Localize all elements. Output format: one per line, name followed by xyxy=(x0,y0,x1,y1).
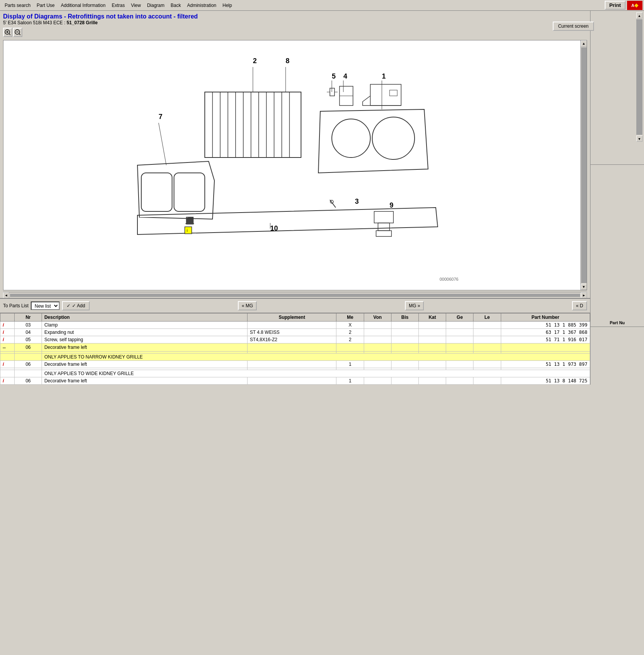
svg-text:i: i xyxy=(187,228,187,233)
page-subtitle: 5' E34 Saloon 518i M43 ECE : 51_0728 Gri… xyxy=(3,20,587,25)
row-nr-cell: 06 xyxy=(15,361,42,368)
checkmark-icon: ✓ xyxy=(67,303,70,308)
table-row[interactable]: i 05 Screw, self tapping ST4,8X16-Z2 2 xyxy=(0,336,590,343)
row-nr-cell xyxy=(15,370,42,377)
table-row-highlight[interactable]: – 06 Decorative frame left xyxy=(0,343,590,352)
row-von-cell xyxy=(364,329,391,336)
col-supplement: Supplement xyxy=(248,313,336,322)
zoom-controls xyxy=(0,26,590,39)
row-kat-cell xyxy=(419,361,446,368)
new-list-select[interactable]: New list xyxy=(31,302,60,310)
menu-additional-info[interactable]: Additional Information xyxy=(58,2,109,9)
col-le: Le xyxy=(473,313,501,322)
svg-text:9: 9 xyxy=(390,201,393,209)
svg-text:8: 8 xyxy=(286,57,289,65)
table-row[interactable]: i 04 Expanding nut ST 4.8 WEISS 2 6 xyxy=(0,329,590,336)
menu-help[interactable]: Help xyxy=(219,2,235,9)
bottom-section: To Parts List New list ✓ ✓ Add « MG MG »… xyxy=(0,298,590,385)
row-von-cell xyxy=(364,377,391,385)
row-ge-cell xyxy=(446,336,473,343)
row-icon-cell xyxy=(0,370,15,377)
table-row-note: ONLY APPLIES TO WIDE KIDNEY GRILLE xyxy=(0,370,590,377)
row-ge-cell xyxy=(446,329,473,336)
row-le-cell xyxy=(473,377,501,385)
row-note-cell: ONLY APPLIES TO NARROW KIDNEY GRILLE xyxy=(42,353,590,361)
menu-diagram[interactable]: Diagram xyxy=(144,2,167,9)
zoom-out-button[interactable] xyxy=(13,28,22,37)
mg-next-button[interactable]: MG » xyxy=(405,301,424,310)
row-ge-cell xyxy=(446,322,473,329)
right-scroll-down[interactable]: ▼ xyxy=(636,136,642,142)
row-supplement-cell: ST 4.8 WEISS xyxy=(248,329,336,336)
table-header-row: Nr Description Supplement Me Von Bis Kat… xyxy=(0,313,590,322)
info-icon: i xyxy=(3,378,4,384)
svg-text:⬛: ⬛ xyxy=(186,216,194,225)
row-icon-cell xyxy=(0,353,15,361)
parts-table: Nr Description Supplement Me Von Bis Kat… xyxy=(0,313,590,385)
svg-rect-7 xyxy=(116,42,474,288)
col-me: Me xyxy=(336,313,364,322)
menu-back[interactable]: Back xyxy=(167,2,184,9)
info-icon: i xyxy=(3,337,4,342)
row-von-cell xyxy=(364,361,391,368)
right-panel: ▲ ▼ Part Nu xyxy=(590,11,644,385)
scroll-thumb xyxy=(581,47,587,283)
row-partnum-cell: 51 71 1 916 017 xyxy=(501,336,590,343)
row-desc-cell: Expanding nut xyxy=(42,329,248,336)
svg-line-6 xyxy=(19,34,20,35)
menu-part-use[interactable]: Part Use xyxy=(33,2,58,9)
row-supplement-cell xyxy=(248,377,336,385)
row-bis-cell xyxy=(391,329,418,336)
right-panel-scroll: ▲ ▼ xyxy=(590,11,644,143)
col-description: Description xyxy=(42,313,248,322)
row-me-cell: 1 xyxy=(336,361,364,368)
row-le-cell xyxy=(473,329,501,336)
row-me-cell: 2 xyxy=(336,329,364,336)
menu-parts-search[interactable]: Parts search xyxy=(2,2,33,9)
right-scroll-up[interactable]: ▲ xyxy=(636,12,642,18)
col-part-number: Part Number xyxy=(501,313,590,322)
row-kat-cell xyxy=(419,322,446,329)
diagram-panel: Display of Diagrams - Retrofittings not … xyxy=(0,11,590,385)
mg-prev-button[interactable]: « MG xyxy=(238,301,257,310)
table-row[interactable]: i 03 Clamp X 51 13 1 885 399 xyxy=(0,322,590,329)
menu-view[interactable]: View xyxy=(128,2,144,9)
row-kat-cell xyxy=(419,343,446,352)
add-button[interactable]: ✓ ✓ Add xyxy=(62,301,90,310)
info-icon: i xyxy=(3,362,4,367)
row-icon-cell: i xyxy=(0,329,15,336)
row-nr-cell: 06 xyxy=(15,377,42,385)
right-panel-top: ▲ ▼ xyxy=(590,11,644,165)
row-le-cell xyxy=(473,343,501,352)
row-desc-cell: Screw, self tapping xyxy=(42,336,248,343)
row-nr-cell: 05 xyxy=(15,336,42,343)
menu-extras[interactable]: Extras xyxy=(109,2,128,9)
table-row[interactable]: i 06 Decorative frame left 1 51 13 xyxy=(0,377,590,385)
current-screen-button[interactable]: Current screen xyxy=(553,22,594,31)
table-row[interactable]: i 06 Decorative frame left 1 51 13 xyxy=(0,361,590,368)
row-icon-cell: – xyxy=(0,343,15,352)
row-desc-cell: Decorative frame left xyxy=(42,343,248,352)
col-bis: Bis xyxy=(391,313,418,322)
d-prev-button[interactable]: « D xyxy=(572,301,587,310)
menubar: Parts search Part Use Additional Informa… xyxy=(0,0,644,11)
row-nr-cell: 04 xyxy=(15,329,42,336)
zoom-in-button[interactable] xyxy=(3,28,12,37)
menu-administration[interactable]: Administration xyxy=(184,2,219,9)
scroll-up-button[interactable]: ▲ xyxy=(581,40,587,47)
hscroll-thumb xyxy=(10,294,580,297)
right-panel-header: Part Nu xyxy=(590,319,644,327)
scroll-down-button[interactable]: ▼ xyxy=(581,284,587,290)
row-bis-cell xyxy=(391,343,418,352)
hscroll-right-button[interactable]: ► xyxy=(581,292,587,298)
row-desc-cell: Decorative frame left xyxy=(42,361,248,368)
col-kat: Kat xyxy=(419,313,446,322)
print-button[interactable]: Print xyxy=(605,1,626,10)
hscroll-left-button[interactable]: ◄ xyxy=(3,292,9,298)
svg-text:00006076: 00006076 xyxy=(440,277,458,281)
row-supplement-cell xyxy=(248,361,336,368)
subtitle-prefix: 5' E34 Saloon 518i M43 ECE : xyxy=(3,20,67,25)
row-kat-cell xyxy=(419,329,446,336)
row-von-cell xyxy=(364,343,391,352)
row-bis-cell xyxy=(391,377,418,385)
